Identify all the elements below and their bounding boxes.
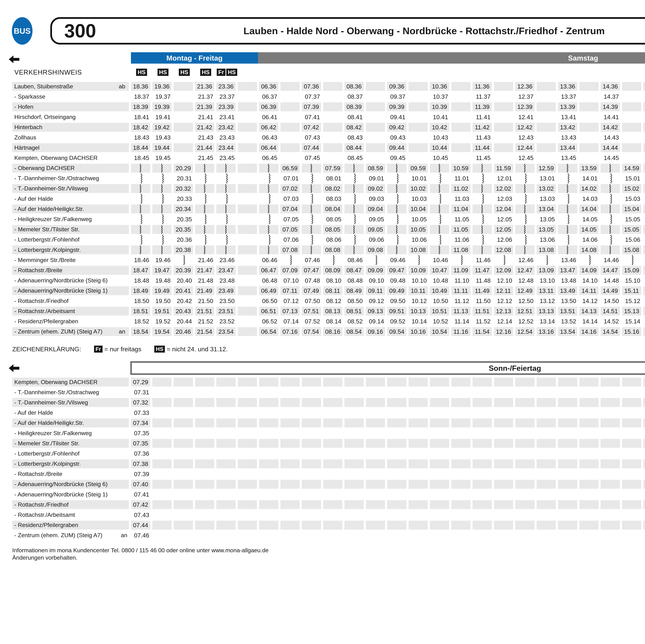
time-cell: 07.44 [302, 143, 323, 153]
empty-cell [238, 286, 259, 296]
empty-cell [195, 459, 216, 469]
time-cell: 19.49 [152, 286, 174, 296]
time-cell: 11.05 [451, 224, 473, 235]
stop-name: Zollhaus [14, 134, 36, 141]
empty-cell [259, 397, 280, 408]
stop-name: - Adenauerring/Nordbrücke (Steig 1) [14, 491, 108, 498]
skip-wavy-icon [310, 164, 312, 173]
skip-cell [515, 173, 536, 183]
time-cell: 09.01 [366, 173, 387, 183]
empty-cell [174, 122, 195, 132]
time-cell: 07.36 [131, 448, 152, 459]
empty-cell [451, 418, 473, 428]
empty-cell [174, 408, 195, 418]
empty-cell [259, 499, 280, 510]
skip-cell [387, 163, 409, 173]
skip-cell [302, 204, 323, 214]
stop-name: - Memeler Str./Tilsiter Str. [14, 440, 79, 447]
empty-cell [622, 153, 643, 163]
empty-cell [174, 81, 195, 91]
time-cell: 08.59 [366, 163, 387, 173]
skip-cell [131, 214, 152, 224]
stop-name-cell: - Rottachstr./Breite [12, 469, 131, 479]
time-cell: 19.42 [152, 122, 174, 132]
empty-cell [494, 132, 515, 143]
time-cell: 06.43 [259, 132, 280, 143]
skip-cell [345, 204, 366, 214]
stop-name-cell: - Rottachstr./Friedhof [12, 296, 131, 306]
time-cell: 21.45 [195, 153, 216, 163]
skip-wavy-icon [481, 184, 483, 193]
skip-wavy-icon [311, 235, 313, 245]
hs-tag: HS [136, 69, 147, 76]
empty-cell [579, 132, 601, 143]
empty-cell [472, 428, 494, 438]
empty-cell [430, 448, 451, 459]
empty-cell [345, 479, 366, 489]
skip-wavy-icon [204, 184, 206, 193]
empty-cell [536, 81, 558, 91]
skip-cell [472, 204, 494, 214]
footer-note: Änderungen vorbehalten. [12, 554, 77, 561]
empty-cell [409, 530, 430, 541]
skip-wavy-icon [524, 164, 526, 173]
tag-cell [472, 67, 494, 78]
time-cell: 12.02 [494, 183, 515, 194]
empty-cell [323, 459, 345, 469]
time-cell: 11.47 [472, 265, 494, 275]
empty-cell [302, 438, 323, 448]
time-cell: 08.01 [323, 173, 345, 183]
time-cell: 08.37 [345, 91, 366, 101]
skip-cell [472, 163, 494, 173]
skip-cell [515, 235, 536, 245]
time-cell: 07.43 [302, 132, 323, 143]
skip-cell [345, 194, 366, 204]
empty-cell [152, 469, 174, 479]
empty-cell [345, 448, 366, 459]
empty-cell [536, 448, 558, 459]
empty-cell [472, 479, 494, 489]
empty-cell [622, 143, 643, 153]
time-cell: 18.46 [131, 255, 152, 265]
skip-wavy-icon [567, 164, 569, 173]
empty-cell [152, 459, 174, 469]
skip-wavy-icon [269, 235, 271, 245]
empty-cell [601, 479, 622, 489]
stop-name-cell: - Rottachstr./Arbeitsamt [12, 510, 131, 520]
empty-cell [494, 81, 515, 91]
empty-cell [345, 428, 366, 438]
empty-cell [366, 408, 387, 418]
empty-cell [558, 520, 579, 530]
time-cell: 11.37 [472, 91, 494, 101]
time-cell: 07.35 [131, 428, 152, 438]
empty-cell [387, 469, 409, 479]
time-cell: 08.54 [345, 327, 366, 337]
empty-cell [536, 143, 558, 153]
skip-wavy-icon [310, 225, 312, 234]
time-cell: 09.08 [366, 245, 387, 255]
empty-cell [238, 397, 259, 408]
skip-wavy-icon [354, 214, 356, 224]
skip-cell [152, 224, 174, 235]
empty-cell [409, 132, 430, 143]
empty-cell [579, 377, 601, 387]
time-cell: 14.12 [579, 296, 601, 306]
empty-cell [302, 530, 323, 541]
empty-cell [579, 499, 601, 510]
skip-cell [643, 183, 645, 194]
empty-cell [622, 81, 643, 91]
time-cell: 07.05 [280, 214, 302, 224]
stop-name-cell: - Zentrum (ehem. ZUM) (Steig A7)an [12, 530, 131, 541]
empty-cell [451, 489, 473, 499]
time-cell: 09.10 [366, 275, 387, 286]
stop-name: - Auf der Halde [14, 195, 53, 202]
valid-from: gültig ab: 14.12.2025 [12, 562, 645, 569]
empty-cell [622, 387, 643, 397]
time-cell: 12.05 [494, 214, 515, 224]
empty-cell [409, 91, 430, 101]
empty-cell [238, 296, 259, 306]
stop-name-cell: - Adenauerring/Nordbrücke (Steig 6) [12, 275, 131, 286]
skip-wavy-icon [140, 245, 142, 254]
time-cell: 18.36 [131, 81, 152, 91]
empty-cell [643, 438, 645, 448]
